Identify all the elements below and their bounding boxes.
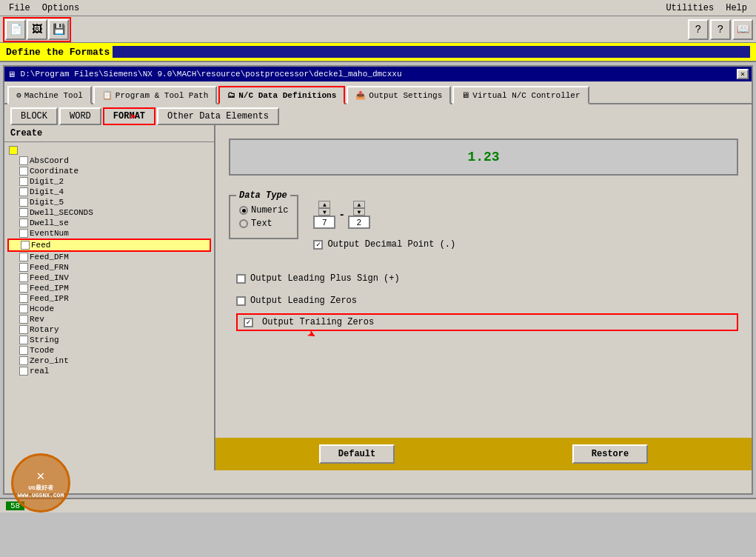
new-button[interactable]: 📄: [5, 19, 26, 40]
tree-area: AbsCoord Coordinate Digit_2 Digit_4 Digi…: [4, 142, 214, 379]
list-item[interactable]: Feed_DFM: [7, 252, 211, 262]
page-icon: [19, 208, 28, 217]
right-content: 1.23 Data Type Numeric Text: [221, 131, 746, 338]
window-close-button[interactable]: ✕: [737, 69, 749, 79]
radio-text[interactable]: [239, 219, 248, 228]
book-icon: 📖: [737, 23, 749, 36]
main-window: 🖥 D:\Program Files\Siemens\NX 9.0\MACH\r…: [3, 65, 753, 495]
list-item[interactable]: Dwell_SECONDS: [7, 207, 211, 218]
tab-virtual-nc[interactable]: 🖥 Virtual N/C Controller: [452, 86, 589, 104]
subtab-format[interactable]: FORMAT: [103, 107, 155, 125]
spinner-left-up[interactable]: ▲: [318, 201, 330, 208]
tab-bar: ⚙ Machine Tool 📋 Program & Tool Path 🗂 N…: [4, 81, 752, 104]
tree-root[interactable]: [7, 145, 211, 156]
list-item[interactable]: Digit_4: [7, 187, 211, 197]
page-icon: [19, 367, 28, 376]
menu-utilities[interactable]: Utilities: [660, 1, 720, 15]
spinner-right-up[interactable]: ▲: [353, 201, 365, 208]
page-icon: [19, 156, 28, 165]
spinner-right-input[interactable]: [348, 216, 370, 229]
output-icon: 📤: [355, 90, 366, 100]
page-icon: [19, 187, 28, 196]
output-leading-plus-checkbox[interactable]: [236, 274, 246, 284]
list-item[interactable]: Feed_INV: [7, 273, 211, 283]
list-item[interactable]: String: [7, 335, 211, 345]
program-icon: 📋: [102, 90, 113, 100]
output-leading-zeros-label: Output Leading Zeros: [250, 296, 357, 306]
default-button[interactable]: Default: [319, 444, 395, 464]
subtab-block[interactable]: BLOCK: [10, 107, 58, 125]
spinner-right-down[interactable]: ▼: [353, 208, 365, 216]
toolbar-right: ? ? 📖: [688, 19, 753, 40]
radio-numeric[interactable]: [239, 206, 248, 215]
spinner-separator: -: [338, 209, 344, 221]
subtab-other[interactable]: Other Data Elements: [157, 107, 279, 125]
output-decimal-checkbox[interactable]: ✓: [313, 240, 323, 250]
list-item[interactable]: Dwell_se: [7, 218, 211, 228]
machine-tool-icon: ⚙: [16, 90, 21, 100]
format-value: 1.23: [467, 150, 499, 164]
window-icon: 🖥: [7, 70, 16, 79]
page-icon: [19, 356, 28, 365]
radio-numeric-label: Numeric: [251, 205, 288, 216]
tab-machine-tool[interactable]: ⚙ Machine Tool: [7, 86, 92, 104]
save-button[interactable]: 💾: [48, 19, 69, 40]
list-item[interactable]: Feed_IPM: [7, 283, 211, 293]
output-decimal-row: ✓ Output Decimal Point (.): [313, 239, 455, 250]
tab-program-tool-path[interactable]: 📋 Program & Tool Path: [93, 86, 217, 104]
output-trailing-zeros-row: ✓ Output Trailing Zeros: [236, 313, 738, 331]
tab-output-settings[interactable]: 📤 Output Settings: [347, 86, 451, 104]
watermark-line1: UG最好者: [28, 484, 53, 492]
open-button[interactable]: 🖼: [27, 19, 47, 40]
open-icon: 🖼: [32, 24, 42, 36]
list-item[interactable]: Digit_5: [7, 197, 211, 207]
list-item[interactable]: Feed_FRN: [7, 262, 211, 273]
menu-file[interactable]: File: [3, 1, 36, 15]
page-icon: [19, 198, 28, 207]
list-item[interactable]: EventNum: [7, 228, 211, 239]
help-button-1[interactable]: ?: [688, 19, 709, 40]
tab-nc-data-definitions[interactable]: 🗂 N/C Data Definitions: [218, 86, 345, 104]
page-icon: [19, 219, 28, 227]
list-item[interactable]: real: [7, 366, 211, 376]
list-item[interactable]: Digit_2: [7, 176, 211, 187]
spinner-right: ▲ ▼: [348, 201, 370, 229]
page-icon: [19, 167, 28, 176]
output-leading-zeros-row: Output Leading Zeros: [236, 296, 738, 306]
sub-tab-bar: BLOCK WORD FORMAT Other Data Elements: [4, 104, 752, 125]
list-item[interactable]: Hcode: [7, 304, 211, 314]
output-decimal-label: Output Decimal Point (.): [327, 239, 455, 250]
spinner-left: ▲ ▼: [313, 201, 335, 229]
subtab-word[interactable]: WORD: [59, 107, 101, 125]
toolbar-group: 📄 🖼 💾: [3, 17, 71, 42]
list-item[interactable]: Tcode: [7, 345, 211, 356]
format-display: 1.23: [229, 139, 738, 176]
menu-options[interactable]: Options: [36, 1, 85, 15]
data-type-group: Data Type Numeric Text: [229, 195, 298, 239]
list-item[interactable]: Coordinate: [7, 166, 211, 176]
tree-item-feed[interactable]: Feed: [7, 239, 211, 252]
nc-icon: 🗂: [227, 90, 235, 100]
spinner-left-input[interactable]: [313, 216, 335, 229]
page-icon: [19, 294, 28, 303]
left-panel: Create AbsCoord Coordinate Digit_2: [4, 125, 215, 470]
content-area: Create AbsCoord Coordinate Digit_2: [4, 125, 752, 470]
help-button-3[interactable]: 📖: [732, 19, 753, 40]
page-icon: [21, 241, 30, 250]
window-path: D:\Program Files\Siemens\NX 9.0\MACH\res…: [21, 70, 402, 79]
restore-button[interactable]: Restore: [572, 444, 648, 464]
output-trailing-zeros-checkbox[interactable]: ✓: [244, 318, 253, 327]
tree-item-rotary[interactable]: Rotary: [7, 324, 211, 335]
spinner-group: ▲ ▼ - ▲ ▼: [313, 201, 455, 229]
spinner-left-down[interactable]: ▼: [318, 208, 330, 216]
new-icon: 📄: [10, 23, 22, 36]
radio-numeric-row: Numeric: [239, 205, 288, 216]
page-icon: [19, 336, 28, 344]
menu-help[interactable]: Help: [720, 1, 753, 15]
list-item[interactable]: Rev: [7, 314, 211, 324]
help-button-2[interactable]: ?: [710, 19, 731, 40]
list-item[interactable]: AbsCoord: [7, 156, 211, 166]
list-item[interactable]: Feed_IPR: [7, 293, 211, 304]
list-item[interactable]: Zero_int: [7, 356, 211, 366]
output-leading-zeros-checkbox[interactable]: [236, 296, 246, 306]
